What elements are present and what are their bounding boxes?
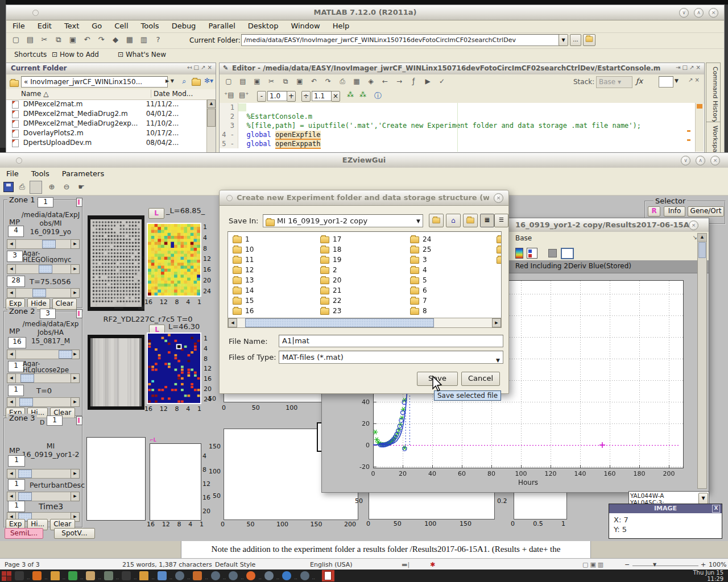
image-palette-titlebar[interactable]: IMAGE X — [609, 504, 722, 513]
selector-info-button[interactable]: Info — [664, 206, 685, 217]
toolbar-icon[interactable]: ▣ — [68, 35, 78, 45]
zone1-L-button[interactable]: L — [148, 208, 164, 219]
chevron-down-icon[interactable]: ▼ — [416, 218, 420, 224]
file-row[interactable]: DMPexcel2mat_MediaDrug2.m 04/01/2... — [6, 109, 206, 119]
folder-item[interactable]: 5 — [410, 275, 431, 285]
editor-toolbar-icon[interactable]: ⧉ — [281, 77, 290, 86]
file-list-scrollbar[interactable]: ▲ — [206, 99, 216, 153]
zone3-L-mini[interactable]: ⌐L — [150, 438, 156, 443]
folder-item[interactable]: 23 — [320, 306, 341, 316]
toolbar-icon[interactable]: ✂ — [39, 35, 49, 45]
firefox-icon[interactable] — [246, 571, 255, 580]
zone2-plate-photo[interactable] — [88, 335, 144, 410]
value2-input[interactable]: 1.1 — [312, 91, 332, 101]
zoom-percent[interactable]: 100% — [709, 561, 726, 568]
folder-item[interactable]: 24 — [410, 234, 431, 244]
close-button[interactable]: × — [689, 221, 698, 230]
page-style[interactable]: Default Style — [215, 561, 255, 568]
zone3-mp-input[interactable]: 1 — [8, 455, 25, 467]
window-menu-icon[interactable] — [226, 195, 233, 201]
percent-plus-icon[interactable]: ⁂ — [347, 91, 354, 99]
zone2-media-slider[interactable]: ◀▶ — [7, 373, 80, 382]
menu-item[interactable]: Text — [58, 20, 85, 32]
zone3-time-input[interactable]: 1 — [8, 501, 25, 512]
zone2-number-input[interactable]: 3 — [40, 309, 56, 319]
panel-window-icons[interactable]: ↤ □ ↗ × — [187, 64, 212, 70]
word-count[interactable]: 215 words, 1,387 characters — [122, 561, 212, 568]
menu-item[interactable]: Edit — [31, 20, 58, 32]
folder-item[interactable]: 11 — [233, 255, 254, 265]
toolbar-icon[interactable]: ? — [153, 35, 163, 45]
decrease-button[interactable]: - — [257, 91, 266, 102]
insert-cell-icon[interactable]: ⁺▤ — [224, 91, 234, 99]
folder-item[interactable]: 25 — [410, 244, 431, 255]
editor-scrollbar[interactable] — [695, 103, 704, 152]
editor-toolbar-icon[interactable]: ✓ — [437, 77, 446, 86]
toolbar-icon[interactable]: ◆ — [110, 35, 121, 45]
folder-item[interactable]: 14 — [233, 285, 254, 296]
folder-item[interactable]: 7 — [410, 296, 431, 306]
layout-dropdown-icon[interactable]: ▼ — [675, 78, 679, 84]
zone2-time-slider[interactable]: ◀▶ — [7, 397, 80, 406]
browse-folder-button[interactable]: ... — [570, 34, 581, 46]
up-folder-icon[interactable] — [192, 78, 201, 86]
gene-item[interactable]: YAL044W-A — [630, 492, 708, 499]
editor-toolbar-icon[interactable]: ↶ — [309, 77, 318, 86]
page-count[interactable]: Page 3 of 3 — [5, 561, 40, 568]
toolbar-icon[interactable]: ▦ — [125, 35, 135, 45]
save-icon[interactable] — [3, 182, 14, 192]
zone2-media-input[interactable]: 1 — [8, 361, 24, 372]
editor-toolbar-icon[interactable]: → — [395, 77, 404, 86]
menu-item[interactable]: Cell — [108, 20, 134, 32]
toolbar-icon[interactable]: ▢ — [11, 35, 21, 45]
close-button[interactable]: × — [709, 8, 718, 18]
file-row[interactable]: DMPexcel2mat_MediaDrug2exp... 11/10/2... — [6, 119, 206, 128]
zone-button[interactable]: Clear — [52, 298, 77, 310]
folder-item[interactable]: 20 — [320, 275, 341, 285]
writer-page[interactable]: Note the addition to the experiment fold… — [181, 541, 591, 558]
close-button[interactable]: × — [494, 193, 503, 203]
language[interactable]: English (USA) — [310, 561, 353, 568]
writer-active-icon[interactable] — [322, 570, 334, 581]
menu-item[interactable]: Window — [284, 20, 326, 32]
folder-item[interactable]: 19 — [320, 255, 341, 265]
zone1-time-input[interactable]: 28 — [7, 276, 25, 287]
percent-minus-icon[interactable]: ⁂ — [359, 91, 366, 99]
document-icon[interactable] — [158, 571, 167, 580]
menu-item[interactable]: Debug — [166, 20, 202, 32]
editor-toolbar-icon[interactable]: ◈ — [366, 77, 375, 86]
editor-toolbar-icon[interactable]: ƒ — [409, 77, 418, 86]
changes-icon[interactable]: ✱ — [430, 561, 435, 568]
folder-item[interactable]: 12 — [233, 265, 254, 275]
gray-square-icon[interactable] — [548, 249, 557, 257]
zone2-mp-slider[interactable]: ◀▶ — [7, 350, 80, 358]
file-row[interactable]: DpertsUploadDev.m 08/04/2... — [6, 138, 206, 148]
folder-item[interactable]: 10 — [233, 244, 254, 255]
menu-item[interactable]: Parameters — [56, 168, 110, 180]
folder-item[interactable]: 15 — [233, 296, 254, 306]
folder-item[interactable]: 22 — [320, 296, 341, 306]
editor-toolbar-icon[interactable]: ✂ — [267, 77, 276, 86]
menu-item[interactable]: Desktop — [242, 20, 285, 32]
editor-undock-close-icons[interactable]: ↗ × — [688, 77, 700, 83]
zone1-plate-photo[interactable] — [88, 215, 144, 311]
zone2-mp-input[interactable]: 16 — [8, 337, 26, 348]
increase-button[interactable]: + — [287, 91, 296, 102]
zone1-media-input[interactable]: 3 — [7, 251, 23, 262]
code-editor[interactable]: 1 2 %EstartConsole.m3 %[file,path] = uip… — [220, 103, 695, 152]
tab-command-history[interactable]: Command History — [706, 63, 721, 128]
zone3-number-input[interactable]: 1 — [47, 415, 63, 426]
semilog-button[interactable]: SemiL... — [5, 528, 43, 539]
minimize-button[interactable]: ∨ — [681, 156, 690, 165]
menu-item[interactable]: File — [0, 168, 25, 180]
editor-toolbar-icon[interactable]: ▶ — [423, 77, 432, 86]
spotview-button[interactable]: SpotV... — [54, 528, 95, 539]
app2-icon[interactable] — [211, 571, 220, 580]
editor-toolbar-icon[interactable]: ⎙ — [338, 77, 347, 86]
folder-item[interactable]: 4 — [410, 265, 431, 275]
ezviewgui-titlebar[interactable]: EZviewGui ∨ ∧ × — [0, 153, 728, 168]
chevron-down-icon[interactable]: ▼ — [496, 355, 500, 367]
horizontal-scrollbar[interactable]: ◀ ▶ — [228, 318, 502, 328]
zone1-media-slider[interactable]: ◀▶ — [7, 264, 80, 273]
menu-item[interactable]: Help — [326, 20, 356, 32]
